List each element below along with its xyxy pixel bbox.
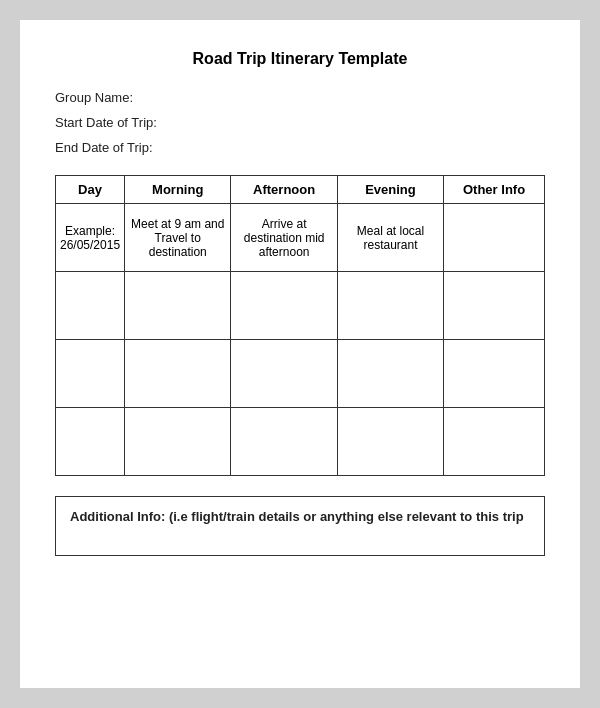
page: Road Trip Itinerary Template Group Name:… — [20, 20, 580, 688]
table-row — [56, 272, 545, 340]
header-other-info: Other Info — [444, 176, 545, 204]
header-morning: Morning — [125, 176, 231, 204]
cell-other-3 — [444, 408, 545, 476]
cell-afternoon-0: Arrive at destination mid afternoon — [231, 204, 337, 272]
cell-afternoon-2 — [231, 340, 337, 408]
cell-evening-0: Meal at local restaurant — [337, 204, 443, 272]
cell-morning-0: Meet at 9 am and Travel to destination — [125, 204, 231, 272]
cell-day-2 — [56, 340, 125, 408]
end-date-label: End Date of Trip: — [55, 140, 545, 155]
additional-info-box: Additional Info: (i.e flight/train detai… — [55, 496, 545, 556]
header-evening: Evening — [337, 176, 443, 204]
cell-afternoon-1 — [231, 272, 337, 340]
table-header-row: Day Morning Afternoon Evening Other Info — [56, 176, 545, 204]
header-afternoon: Afternoon — [231, 176, 337, 204]
table-row — [56, 408, 545, 476]
cell-evening-2 — [337, 340, 443, 408]
page-title: Road Trip Itinerary Template — [55, 50, 545, 68]
cell-other-2 — [444, 340, 545, 408]
cell-other-0 — [444, 204, 545, 272]
cell-day-1 — [56, 272, 125, 340]
group-name-label: Group Name: — [55, 90, 545, 105]
cell-day-3 — [56, 408, 125, 476]
cell-other-1 — [444, 272, 545, 340]
start-date-label: Start Date of Trip: — [55, 115, 545, 130]
cell-morning-3 — [125, 408, 231, 476]
form-fields: Group Name: Start Date of Trip: End Date… — [55, 90, 545, 155]
cell-morning-2 — [125, 340, 231, 408]
cell-evening-3 — [337, 408, 443, 476]
table-row: Example: 26/05/2015 Meet at 9 am and Tra… — [56, 204, 545, 272]
header-day: Day — [56, 176, 125, 204]
table-row — [56, 340, 545, 408]
cell-evening-1 — [337, 272, 443, 340]
itinerary-table: Day Morning Afternoon Evening Other Info… — [55, 175, 545, 476]
cell-afternoon-3 — [231, 408, 337, 476]
cell-day-0: Example: 26/05/2015 — [56, 204, 125, 272]
cell-morning-1 — [125, 272, 231, 340]
